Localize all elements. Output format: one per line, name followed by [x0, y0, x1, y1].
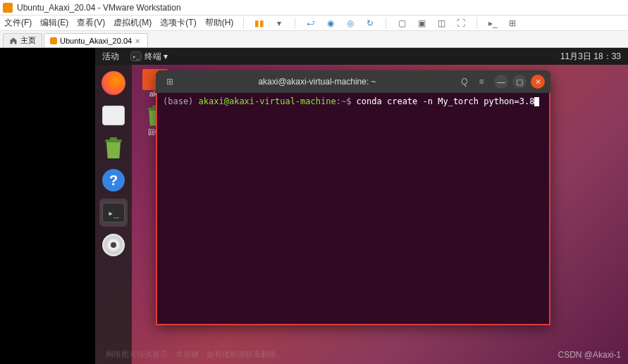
activities-button[interactable]: 活动 [102, 51, 119, 63]
terminal-tool-icon[interactable]: ▸_ [487, 18, 498, 29]
vm-viewport: 活动 ▸_ 终端 ▾ 11月3日 18：33 ? ▸_ aka [0, 48, 628, 364]
dock-trash[interactable] [99, 134, 128, 162]
clock[interactable]: 11月3日 18：33 [560, 51, 621, 63]
dock-firefox[interactable] [99, 69, 128, 97]
tab-vm-label: Ubuntu_Akaxi_20.04 [60, 37, 132, 45]
menu-edit[interactable]: 编辑(E) [40, 17, 68, 29]
terminal-titlebar[interactable]: ⊞ akaxi@akaxi-virtual-machine: ~ Q ≡ — ▢… [156, 70, 550, 93]
revert-icon[interactable]: ↻ [364, 18, 376, 29]
help-icon: ? [102, 169, 125, 192]
terminal-window: ⊞ akaxi@akaxi-virtual-machine: ~ Q ≡ — ▢… [156, 70, 550, 325]
app-menu-label: 终端 ▾ [144, 51, 168, 63]
pause-icon[interactable]: ▮▮ [254, 18, 265, 29]
watermark: CSDN @Akaxi-1 [558, 350, 621, 360]
terminal-new-tab-button[interactable]: ⊞ [161, 73, 178, 90]
trash-icon [99, 134, 128, 162]
ubuntu-topbar: 活动 ▸_ 终端 ▾ 11月3日 18：33 [95, 48, 628, 65]
toolbar-separator [386, 18, 386, 29]
terminal-close-button[interactable]: ✕ [531, 75, 545, 89]
cursor-icon [534, 97, 539, 106]
snapshot-icon[interactable]: ◉ [325, 18, 336, 29]
vm-letterbox-left [0, 48, 95, 364]
tab-home-label: 主页 [20, 35, 36, 46]
vmware-titlebar: Ubuntu_Akaxi_20.04 - VMware Workstation [0, 0, 628, 15]
tab-close-icon[interactable]: ✕ [135, 37, 142, 44]
dock-dvd[interactable] [99, 231, 128, 259]
send-ctrl-alt-del-icon[interactable]: ⮐ [305, 18, 316, 29]
tab-home[interactable]: 主页 [3, 33, 42, 47]
terminal-body[interactable]: (base) akaxi@akaxi-virtual-machine:~$ co… [156, 93, 550, 325]
menu-help[interactable]: 帮助(H) [205, 17, 234, 29]
files-icon [102, 106, 125, 125]
menu-tabs[interactable]: 选项卡(T) [160, 17, 196, 29]
prompt-sep: : [336, 96, 341, 106]
prompt-symbol: $ [346, 96, 351, 106]
menu-file[interactable]: 文件(F) [4, 17, 32, 29]
home-icon [9, 37, 18, 45]
terminal-command: conda create -n My_torch python=3.8 [357, 96, 535, 106]
terminal-menu-icon[interactable]: ≡ [473, 73, 490, 90]
dock-help[interactable]: ? [99, 166, 128, 194]
snapshot-manage-icon[interactable]: ◎ [345, 18, 356, 29]
vmware-tabbar: 主页 Ubuntu_Akaxi_20.04 ✕ [0, 31, 628, 48]
terminal-title: akaxi@akaxi-virtual-machine: ~ [178, 77, 456, 87]
firefox-icon [101, 71, 125, 95]
ubuntu-desktop[interactable]: 活动 ▸_ 终端 ▾ 11月3日 18：33 ? ▸_ aka [95, 48, 628, 364]
menu-view[interactable]: 查看(V) [77, 17, 105, 29]
ubuntu-dock: ? ▸_ [95, 65, 132, 364]
toolbar-separator [243, 18, 244, 29]
prompt-userhost: akaxi@akaxi-virtual-machine [199, 96, 336, 106]
fullscreen-icon[interactable]: ▢ [396, 18, 407, 29]
terminal-icon: ▸_ [102, 203, 125, 222]
vmware-window-title: Ubuntu_Akaxi_20.04 - VMware Workstation [17, 3, 181, 13]
vmware-menubar: 文件(F) 编辑(E) 查看(V) 虚拟机(M) 选项卡(T) 帮助(H) ▮▮… [0, 15, 628, 31]
dock-terminal[interactable]: ▸_ [99, 199, 128, 227]
vmware-logo-icon [3, 3, 13, 13]
toolbar-separator [476, 18, 477, 29]
terminal-indicator-icon: ▸_ [130, 51, 142, 61]
terminal-search-icon[interactable]: Q [456, 73, 473, 90]
dock-files[interactable] [99, 101, 128, 130]
menu-vm[interactable]: 虚拟机(M) [113, 17, 152, 29]
dropdown-icon[interactable]: ▾ [273, 18, 285, 29]
console-view-icon[interactable]: ◫ [436, 18, 447, 29]
stretch-icon[interactable]: ⛶ [455, 18, 467, 29]
prompt-env: (base) [163, 96, 193, 106]
terminal-minimize-button[interactable]: — [494, 75, 508, 89]
tab-vm[interactable]: Ubuntu_Akaxi_20.04 ✕ [44, 33, 148, 47]
faint-disclaimer: 网络图片仅供展示，非存储，如有侵权请联系删除。 [106, 349, 284, 360]
terminal-maximize-button[interactable]: ▢ [512, 75, 527, 89]
vm-tab-icon [50, 37, 57, 44]
dvd-icon [102, 234, 125, 256]
toolbar-separator [295, 18, 295, 29]
library-icon[interactable]: ⊞ [507, 18, 518, 29]
unity-icon[interactable]: ▣ [416, 18, 427, 29]
app-menu-indicator[interactable]: ▸_ 终端 ▾ [130, 51, 168, 63]
